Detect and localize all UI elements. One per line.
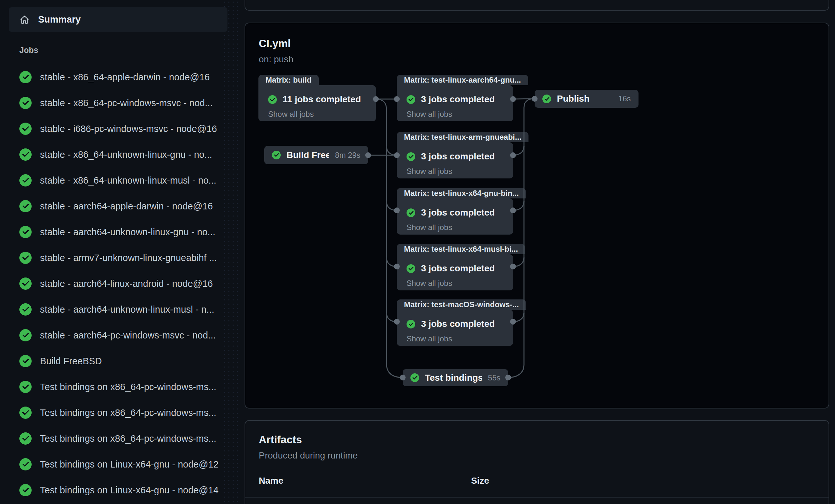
check-circle-success-icon [19,226,32,238]
artifacts-card: Artifacts Produced during runtime Name S… [245,420,829,504]
matrix-node-label-tab: Matrix: test-linux-x64-musl-bi... [397,244,525,254]
job-list-item[interactable]: Test bindings on x86_64-pc-windows-ms... [0,426,230,451]
check-circle-success-icon [268,95,277,104]
check-circle-success-icon [19,174,32,186]
node-label: Publish [557,94,612,104]
matrix-node-label-tab: Matrix: test-linux-x64-gnu-bin... [397,188,526,198]
job-list-item[interactable]: stable - aarch64-pc-windows-msvc - nod..… [0,322,230,348]
node-status-text: 11 jobs completed [283,94,361,104]
check-circle-success-icon [407,152,415,161]
node-label: Test bindings on aarch64... [425,373,482,383]
check-circle-success-icon [19,303,32,316]
check-circle-success-icon [19,407,32,419]
job-list-item[interactable]: stable - x86_64-apple-darwin - node@16 [0,64,230,90]
job-list-item[interactable]: Test bindings on x86_64-pc-windows-ms... [0,400,230,426]
matrix-node-label-tab: Matrix: test-linux-aarch64-gnu... [397,75,528,85]
graph-edges [245,23,830,409]
show-all-jobs-link[interactable]: Show all jobs [407,110,503,119]
home-icon [19,15,30,25]
check-circle-success-icon [19,355,32,367]
node-label: Build FreeBSD [286,150,329,160]
check-circle-success-icon [19,432,32,445]
node-duration: 55s [488,373,501,382]
show-all-jobs-link[interactable]: Show all jobs [407,334,503,343]
show-all-jobs-link[interactable]: Show all jobs [407,167,503,176]
show-all-jobs-link[interactable]: Show all jobs [407,223,503,232]
artifacts-subtitle: Produced during runtime [259,450,358,461]
check-circle-success-icon [19,148,32,161]
node-duration: 16s [618,94,631,103]
artifacts-column-name: Name [259,476,471,486]
matrix-node-label-tab: Matrix: test-linux-arm-gnueabi... [397,132,529,142]
check-circle-success-icon [19,484,32,496]
graph-node-publish[interactable]: Publish 16s [535,90,638,108]
job-list-item[interactable]: stable - aarch64-unknown-linux-musl - n.… [0,297,230,322]
job-list-item[interactable]: stable - x86_64-pc-windows-msvc - nod... [0,90,230,116]
node-status-text: 3 jobs completed [421,319,495,329]
check-circle-success-icon [19,329,32,341]
matrix-node-label-tab: Matrix: test-macOS-windows-... [397,299,526,310]
job-list-item[interactable]: Build FreeBSD [0,348,230,374]
workflow-graph: Matrix: build 11 jobs completed Show all… [245,23,829,408]
node-status-text: 3 jobs completed [421,207,495,218]
show-all-jobs-link[interactable]: Show all jobs [407,279,503,288]
check-circle-success-icon [19,123,32,135]
check-circle-success-icon [19,381,32,393]
check-circle-success-icon [19,278,32,290]
matrix-node-label-tab: Matrix: build [259,75,319,85]
check-circle-success-icon [407,264,415,273]
job-list-item[interactable]: Test bindings on Linux-x64-gnu - node@14 [0,477,230,503]
job-list-item[interactable]: stable - aarch64-unknown-linux-gnu - no.… [0,219,230,245]
jobs-list: stable - x86_64-apple-darwin - node@16 s… [0,64,230,503]
check-circle-success-icon [272,151,281,159]
sidebar-summary-label: Summary [38,14,81,25]
check-circle-success-icon [407,320,415,328]
job-list-item[interactable]: stable - armv7-unknown-linux-gnueabihf .… [0,245,230,271]
node-status-text: 3 jobs completed [421,151,495,162]
jobs-sidebar: Summary Jobs stable - x86_64-apple-darwi… [0,0,240,504]
job-list-item[interactable]: Test bindings on Linux-x64-gnu - node@12 [0,451,230,477]
check-circle-success-icon [19,458,32,470]
node-duration: 8m 29s [335,151,360,160]
check-circle-success-icon [19,200,32,212]
check-circle-success-icon [407,95,415,104]
check-circle-success-icon [410,373,419,382]
workflow-graph-card: CI.yml on: push [245,23,829,408]
node-status-text: 3 jobs completed [421,263,495,274]
artifacts-table-header: Name Size [259,476,815,486]
check-circle-success-icon [19,71,32,83]
jobs-section-header: Jobs [19,45,38,55]
check-circle-success-icon [19,97,32,109]
job-list-item[interactable]: Test bindings on x86_64-pc-windows-ms... [0,374,230,400]
check-circle-success-icon [19,252,32,264]
job-list-item[interactable]: stable - aarch64-apple-darwin - node@16 [0,193,230,219]
check-circle-success-icon [407,208,415,217]
artifacts-column-size: Size [471,476,489,486]
show-all-jobs-link[interactable]: Show all jobs [268,110,366,119]
job-list-item[interactable]: stable - x86_64-unknown-linux-musl - no.… [0,167,230,193]
artifacts-title: Artifacts [259,434,302,446]
node-status-text: 3 jobs completed [421,94,495,104]
job-list-item[interactable]: stable - x86_64-unknown-linux-gnu - no..… [0,142,230,167]
graph-node-build-freebsd[interactable]: Build FreeBSD 8m 29s [264,146,368,164]
artifacts-header-divider [245,497,829,498]
job-list-item[interactable]: stable - aarch64-linux-android - node@16 [0,271,230,297]
previous-section-card [245,0,829,11]
graph-node-test-bindings-aarch64[interactable]: Test bindings on aarch64... 55s [403,369,508,386]
sidebar-item-summary[interactable]: Summary [9,7,227,32]
job-list-item[interactable]: stable - i686-pc-windows-msvc - node@16 [0,116,230,142]
check-circle-success-icon [542,95,551,103]
